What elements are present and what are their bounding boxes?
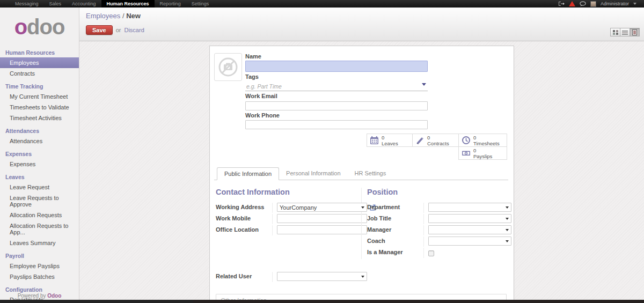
topbar-menu-reporting[interactable]: Reporting — [155, 0, 186, 8]
coach-select[interactable] — [428, 237, 511, 246]
related-user-select[interactable] — [277, 272, 367, 281]
other-information-textarea[interactable] — [216, 294, 507, 300]
sidebar-section-leaves: Leaves — [0, 169, 79, 182]
timesheets-stat-label: Timesheets — [473, 141, 500, 146]
department-select[interactable] — [428, 203, 511, 212]
sidebar-item-contracts[interactable]: Contracts — [0, 68, 79, 79]
position-title: Position — [367, 188, 507, 196]
office-location-input[interactable] — [277, 225, 367, 234]
payslips-count: 0 — [473, 147, 492, 153]
or-label: or — [116, 27, 121, 33]
topbar-menu-human-resources[interactable]: Human Resources — [101, 0, 155, 8]
breadcrumb-employees[interactable]: Employees — [86, 12, 120, 20]
work-mobile-label: Work Mobile — [216, 214, 272, 223]
working-address-select[interactable]: YourCompany — [277, 203, 367, 212]
tab-personal-information[interactable]: Personal Information — [279, 167, 348, 180]
user-menu[interactable]: Administrator — [601, 1, 629, 6]
save-button[interactable]: Save — [86, 25, 113, 35]
book-icon — [415, 136, 425, 145]
work-email-label: Work Email — [245, 93, 428, 99]
kanban-view-button[interactable] — [610, 28, 620, 36]
window-bottom-edge — [0, 300, 644, 303]
sidebar-item-leave-request[interactable]: Leave Request — [0, 182, 79, 193]
is-a-manager-checkbox[interactable] — [428, 250, 434, 256]
name-input[interactable] — [245, 61, 428, 72]
tab-public-information[interactable]: Public Information — [217, 167, 279, 180]
working-address-label: Working Address — [216, 203, 272, 212]
sidebar-item-my-current-timesheet[interactable]: My Current Timesheet — [0, 91, 79, 102]
employee-photo-placeholder[interactable] — [214, 53, 242, 81]
sidebar-item-leave-requests-to-approve[interactable]: Leave Requests to Approve — [0, 193, 79, 210]
tags-label: Tags — [245, 73, 428, 80]
tags-input[interactable] — [245, 83, 428, 91]
manager-label: Manager — [367, 225, 423, 234]
leaves-stat-label: Leaves — [382, 141, 398, 146]
sidebar-item-timesheet-activities[interactable]: Timesheet Activities — [0, 113, 79, 123]
contracts-stat-label: Contracts — [427, 141, 449, 146]
tags-dropdown-caret-icon[interactable] — [422, 83, 426, 86]
notebook-tabs: Public Information Personal Information … — [214, 167, 508, 180]
timesheets-stat-button[interactable]: 0Timesheets — [458, 134, 507, 147]
topbar-menu-messaging[interactable]: Messaging — [10, 0, 44, 8]
related-user-label: Related User — [216, 272, 272, 281]
content-header: Employees / New Save or Discard — [79, 8, 644, 41]
discard-link[interactable]: Discard — [124, 27, 144, 33]
sidebar-item-expenses[interactable]: Expenses — [0, 159, 79, 169]
form-icon — [632, 29, 637, 35]
manager-select[interactable] — [428, 225, 511, 234]
timesheets-count: 0 — [473, 135, 500, 141]
work-phone-label: Work Phone — [245, 112, 428, 119]
sidebar-item-employee-payslips[interactable]: Employee Payslips — [0, 261, 79, 271]
sidebar-section-expenses: Expenses — [0, 146, 79, 159]
contact-information-group: Contact Information Working Address Your… — [216, 188, 361, 259]
sidebar-item-attendances[interactable]: Attendances — [0, 136, 79, 146]
list-icon — [622, 30, 628, 35]
odoo-logo: odoo — [0, 8, 79, 45]
login-arrow-icon[interactable] — [558, 1, 565, 7]
contracts-count: 0 — [427, 135, 449, 141]
job-title-select[interactable] — [428, 214, 511, 223]
work-mobile-input[interactable] — [277, 214, 367, 223]
name-label: Name — [245, 53, 428, 60]
sidebar-item-timesheets-to-validate[interactable]: Timesheets to Validate — [0, 102, 79, 113]
work-phone-input[interactable] — [245, 120, 428, 129]
list-view-button[interactable] — [620, 28, 630, 36]
employee-form-sheet: Name Tags Work Email Work Phone — [209, 46, 514, 300]
banknote-icon: 0 — [462, 149, 471, 158]
stat-buttons: 0Leaves 0Contracts 0Timesheets — [367, 134, 507, 160]
contact-information-title: Contact Information — [216, 188, 361, 196]
sidebar-item-leaves-summary[interactable]: Leaves Summary — [0, 238, 79, 248]
sidebar-item-allocation-requests[interactable]: Allocation Requests — [0, 210, 79, 220]
department-label: Department — [367, 203, 423, 212]
sidebar-section-time-tracking: Time Tracking — [0, 79, 79, 91]
camera-off-icon — [217, 56, 239, 78]
work-email-input[interactable] — [245, 101, 428, 110]
tab-hr-settings[interactable]: HR Settings — [348, 167, 393, 180]
payslips-stat-button[interactable]: 0 0Payslips — [458, 146, 507, 160]
leaves-count: 0 — [382, 135, 398, 141]
topbar-menu-settings[interactable]: Settings — [186, 0, 215, 8]
calendar-icon — [370, 136, 379, 145]
topbar-menu-accounting[interactable]: Accounting — [67, 0, 101, 8]
top-navigation-bar: Messaging Sales Accounting Human Resourc… — [0, 0, 644, 8]
sidebar: odoo Human Resources Employees Contracts… — [0, 8, 79, 303]
odoo-link[interactable]: Odoo — [47, 293, 61, 299]
user-avatar[interactable] — [590, 1, 596, 7]
warning-icon[interactable] — [569, 1, 575, 7]
coach-label: Coach — [367, 237, 423, 246]
sidebar-section-payroll: Payroll — [0, 248, 79, 261]
leaves-stat-button[interactable]: 0Leaves — [367, 134, 413, 147]
contracts-stat-button[interactable]: 0Contracts — [412, 134, 459, 147]
breadcrumb: Employees / New — [79, 8, 644, 20]
topbar-menu-sales[interactable]: Sales — [44, 0, 67, 8]
sidebar-section-attendances: Attendances — [0, 123, 79, 136]
view-switcher — [611, 28, 640, 36]
kanban-icon — [613, 30, 618, 35]
sidebar-item-employees[interactable]: Employees — [0, 57, 79, 68]
chat-bubble-icon[interactable] — [580, 1, 586, 7]
sidebar-item-payslips-batches[interactable]: Payslips Batches — [0, 271, 79, 282]
sidebar-item-allocation-requests-to-approve[interactable]: Allocation Requests to App... — [0, 220, 79, 238]
clock-icon — [462, 136, 471, 145]
is-a-manager-label: Is a Manager — [367, 248, 423, 257]
form-view-button[interactable] — [630, 28, 640, 36]
